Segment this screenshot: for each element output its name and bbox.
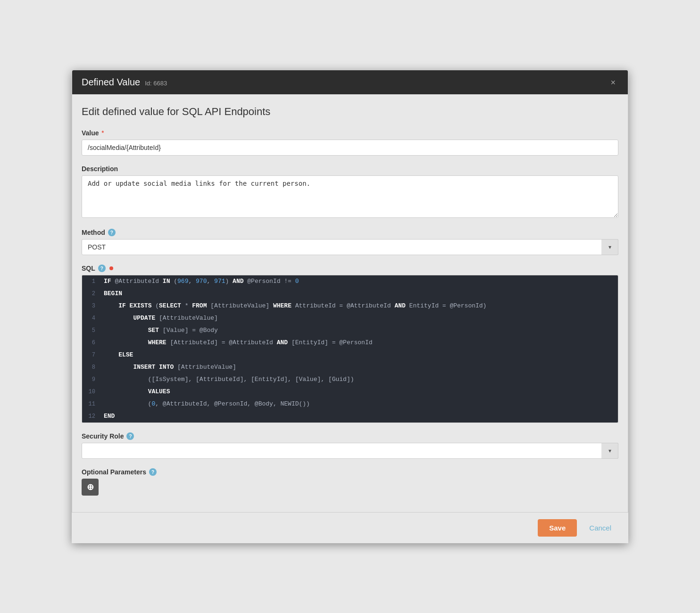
optional-params-help-icon[interactable]: ? [149, 468, 157, 476]
method-help-icon[interactable]: ? [108, 229, 116, 236]
security-help-icon[interactable]: ? [126, 432, 134, 440]
security-role-select[interactable] [82, 443, 618, 459]
value-input[interactable] [82, 140, 618, 156]
security-role-select-wrapper: ▾ [82, 443, 618, 459]
code-line-2: 2 BEGIN [82, 288, 618, 300]
security-role-label: Security Role ? [82, 432, 618, 440]
code-line-4: 4 UPDATE [AttributeValue] [82, 312, 618, 324]
description-label: Description [82, 165, 618, 173]
add-param-icon: ⊕ [87, 482, 94, 492]
save-button[interactable]: Save [538, 519, 577, 537]
code-line-12: 12 END [82, 410, 618, 422]
sql-label: SQL ? [82, 265, 618, 272]
sql-help-icon[interactable]: ? [98, 265, 106, 272]
page-title: Edit defined value for SQL API Endpoints [82, 106, 618, 118]
code-line-10: 10 VALUES [82, 386, 618, 398]
value-label: Value * [82, 129, 618, 137]
code-line-6: 6 WHERE [AttributeId] = @AttributeId AND… [82, 337, 618, 349]
description-group: Description Add or update social media l… [82, 165, 618, 219]
method-group: Method ? POST GET PUT DELETE PATCH ▾ [82, 229, 618, 255]
cancel-button[interactable]: Cancel [582, 519, 619, 537]
method-select[interactable]: POST GET PUT DELETE PATCH [82, 239, 618, 255]
optional-params-group: Optional Parameters ? ⊕ [82, 468, 618, 496]
modal-body: Edit defined value for SQL API Endpoints… [72, 94, 628, 543]
sql-section: SQL ? 1 IF @AttributeId IN (969, 970, 97… [82, 265, 618, 423]
method-select-wrapper: POST GET PUT DELETE PATCH ▾ [82, 239, 618, 255]
code-line-8: 8 INSERT INTO [AttributeValue] [82, 361, 618, 373]
modal-footer: Save Cancel [72, 512, 628, 543]
optional-params-label: Optional Parameters ? [82, 468, 618, 476]
add-param-button[interactable]: ⊕ [82, 479, 99, 496]
required-star: * [102, 130, 104, 136]
code-line-9: 9 ([IsSystem], [AttributeId], [EntityId]… [82, 373, 618, 386]
code-line-3: 3 IF EXISTS (SELECT * FROM [AttributeVal… [82, 300, 618, 312]
value-group: Value * [82, 129, 618, 156]
modal-title: Defined Value Id: 6683 [82, 77, 167, 88]
close-button[interactable]: × [608, 77, 618, 88]
code-line-7: 7 ELSE [82, 349, 618, 361]
sql-editor[interactable]: 1 IF @AttributeId IN (969, 970, 971) AND… [82, 275, 618, 423]
code-line-11: 11 (0, @AttributeId, @PersonId, @Body, N… [82, 398, 618, 410]
description-textarea[interactable]: Add or update social media links for the… [82, 175, 618, 218]
sql-required-dot [109, 266, 113, 270]
code-line-1: 1 IF @AttributeId IN (969, 970, 971) AND… [82, 275, 618, 288]
code-line-5: 5 SET [Value] = @Body [82, 324, 618, 337]
method-label: Method ? [82, 229, 618, 236]
modal-header: Defined Value Id: 6683 × [72, 70, 628, 94]
security-role-group: Security Role ? ▾ [82, 432, 618, 459]
